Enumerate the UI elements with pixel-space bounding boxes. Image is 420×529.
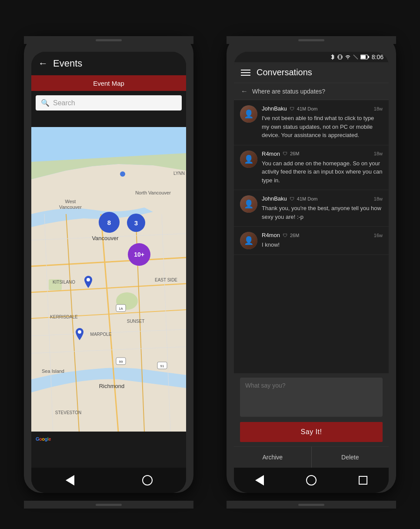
message-time-1: 18w	[374, 106, 383, 111]
svg-point-35	[78, 330, 81, 334]
message-content-3: JohnBaku 🛡 41M Dom 18w Thank you, you're…	[262, 195, 383, 221]
hamburger-line-3	[241, 75, 250, 76]
archive-button[interactable]: Archive	[234, 447, 312, 468]
shield-icon-1: 🛡	[290, 106, 294, 111]
back-nav-button[interactable]	[63, 473, 77, 487]
cluster-8[interactable]: 8	[99, 212, 120, 233]
svg-text:Vancouver: Vancouver	[59, 204, 82, 210]
message-time-3: 18w	[374, 196, 383, 201]
svg-text:EAST SIDE: EAST SIDE	[155, 278, 177, 282]
svg-text:Richmond: Richmond	[99, 383, 125, 389]
topic-back-arrow[interactable]: ←	[241, 87, 248, 95]
svg-line-39	[353, 55, 358, 59]
message-time-2: 18w	[374, 151, 383, 156]
right-screen: 8:06 Conversations ← Where are status up…	[234, 52, 389, 493]
message-time-4: 16w	[374, 233, 383, 238]
reply-area: Say It!	[234, 373, 389, 446]
map-search-bar[interactable]: 🔍 Search	[36, 95, 182, 110]
search-placeholder: Search	[53, 99, 75, 107]
message-author-3: JohnBaku	[262, 195, 287, 202]
home-nav-button[interactable]	[140, 473, 154, 487]
right-bottom-nav	[234, 468, 389, 493]
action-buttons: Archive Delete	[234, 446, 389, 468]
hamburger-line-2	[241, 72, 250, 73]
svg-text:SUNSET: SUNSET	[127, 319, 145, 324]
home-circle-icon	[142, 475, 153, 485]
map-container[interactable]: 🔍 Search	[31, 91, 186, 468]
message-author-1: JohnBaku	[262, 105, 287, 112]
svg-text:1A: 1A	[119, 307, 123, 311]
say-it-button[interactable]: Say It!	[240, 422, 383, 442]
right-home-circle-icon	[306, 475, 317, 485]
phone-notch-top-left	[24, 36, 193, 44]
message-sub-2: 26M	[290, 151, 299, 156]
svg-rect-41	[368, 56, 369, 58]
message-body-2: You can add one on the homepage. So on y…	[262, 159, 383, 185]
svg-text:West: West	[65, 199, 76, 204]
right-phone: 8:06 Conversations ← Where are status up…	[227, 36, 396, 493]
message-sub-3: 41M Dom	[297, 196, 318, 201]
svg-text:KERRISDALE: KERRISDALE	[50, 315, 78, 319]
svg-text:MARPOLE: MARPOLE	[90, 332, 112, 337]
svg-text:North Vancouver: North Vancouver	[135, 190, 171, 195]
message-body-1: I've not been able to find what to click…	[262, 114, 383, 140]
svg-rect-42	[361, 55, 366, 59]
avatar-johnbaku-2: 👤	[240, 195, 257, 213]
message-author-4: R4mon	[262, 232, 280, 238]
back-button[interactable]: ←	[38, 59, 48, 68]
wifi-icon	[345, 54, 351, 60]
left-phone: ← Events Event Map 🔍 Search	[24, 36, 193, 493]
delete-button[interactable]: Delete	[312, 447, 389, 468]
message-meta-4: R4mon 🛡 26M 16w	[262, 232, 383, 238]
avatar-johnbaku-1: 👤	[240, 105, 257, 123]
phone-notch-bottom-left	[24, 501, 193, 509]
avatar-r4mon-2: 👤	[240, 232, 257, 249]
search-icon: 🔍	[41, 99, 50, 107]
left-screen: ← Events Event Map 🔍 Search	[31, 52, 186, 493]
message-item: 👤 R4mon 🛡 26M 16w I know	[234, 227, 389, 255]
message-meta-2: R4mon 🛡 26M 18w	[262, 151, 383, 157]
message-body-3: Thank you, you're the best, anyone tell …	[262, 204, 383, 221]
back-triangle-icon	[66, 475, 74, 485]
right-back-triangle-icon	[255, 475, 264, 485]
svg-text:91: 91	[160, 364, 164, 368]
message-meta-1: JohnBaku 🛡 41M Dom 18w	[262, 105, 383, 112]
svg-text:KITSILANO: KITSILANO	[53, 280, 75, 285]
right-header: Conversations	[234, 62, 389, 83]
svg-text:LYNN: LYNN	[173, 171, 185, 176]
conversations-title: Conversations	[257, 67, 312, 77]
hamburger-menu-button[interactable]	[241, 70, 250, 76]
message-author-row-4: R4mon 🛡 26M	[262, 232, 299, 238]
right-back-nav-button[interactable]	[253, 473, 267, 487]
cluster-3[interactable]: 3	[127, 214, 145, 232]
message-content-4: R4mon 🛡 26M 16w I know!	[262, 232, 383, 249]
svg-text:99: 99	[119, 360, 123, 364]
message-meta-3: JohnBaku 🛡 41M Dom 18w	[262, 195, 383, 202]
message-item: 👤 JohnBaku 🛡 41M Dom 18w	[234, 100, 389, 145]
signal-off-icon	[353, 54, 358, 60]
pin-richmond[interactable]	[75, 328, 84, 340]
right-recents-square-icon	[359, 476, 367, 485]
vibrate-icon	[337, 54, 343, 60]
message-content-2: R4mon 🛡 26M 18w You can add one on the h…	[262, 151, 383, 185]
right-recents-nav-button[interactable]	[356, 473, 370, 487]
topic-bar[interactable]: ← Where are status updates?	[234, 83, 389, 100]
svg-point-34	[87, 278, 90, 281]
message-author-2: R4mon	[262, 151, 280, 157]
pin-kerrisdale[interactable]	[83, 276, 93, 288]
message-author-row-2: R4mon 🛡 26M	[262, 151, 299, 157]
status-icons	[330, 54, 369, 60]
reply-textarea[interactable]	[240, 378, 383, 417]
svg-rect-36	[339, 55, 341, 59]
message-author-row-3: JohnBaku 🛡 41M Dom	[262, 195, 318, 202]
event-map-bar[interactable]: Event Map	[31, 75, 186, 91]
left-header: ← Events	[31, 52, 186, 75]
cluster-10plus[interactable]: 10+	[128, 243, 150, 266]
google-logo: Google	[36, 436, 51, 442]
hamburger-line-1	[241, 70, 250, 70]
message-item: 👤 JohnBaku 🛡 41M Dom 18w	[234, 190, 389, 227]
bluetooth-icon	[330, 54, 335, 60]
svg-text:Vancouver: Vancouver	[92, 235, 119, 241]
right-home-nav-button[interactable]	[304, 473, 318, 487]
message-author-row-1: JohnBaku 🛡 41M Dom	[262, 105, 318, 112]
